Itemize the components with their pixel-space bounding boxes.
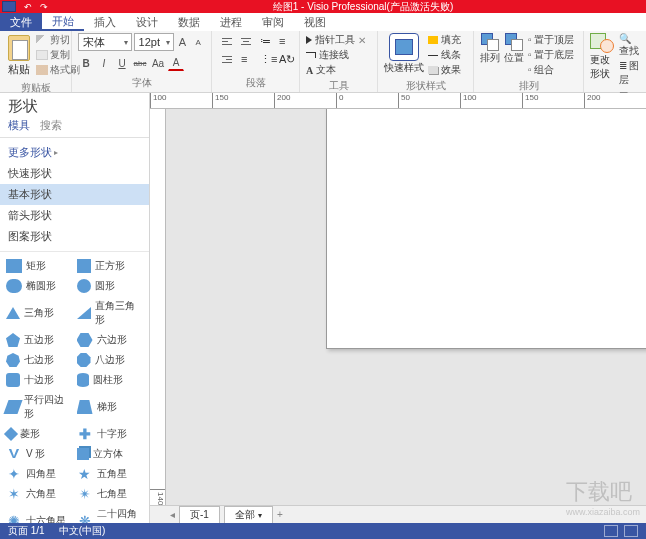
page-nav-left-icon[interactable]: ◂ (170, 509, 175, 520)
ruler-vertical: 140 (150, 109, 166, 505)
rect-icon (6, 259, 22, 273)
view-mode-button-2[interactable] (624, 525, 638, 537)
quick-shapes-item[interactable]: 快速形状 (0, 163, 149, 184)
shape-decagon[interactable]: 十边形 (4, 370, 75, 390)
text-tool-button[interactable]: A文本 (306, 63, 371, 77)
shape-triangle[interactable]: 三角形 (4, 296, 75, 330)
group-button[interactable]: ▫ 组合 (528, 63, 574, 77)
justify-button[interactable]: ≡ (237, 51, 255, 67)
font-size-combo[interactable]: 12pt (134, 33, 174, 51)
stencil-category[interactable]: 图案形状 (0, 226, 149, 247)
bullets-button[interactable]: ≔ (256, 33, 274, 49)
pane-tab-search[interactable]: 搜索 (40, 118, 62, 133)
tab-2[interactable]: 设计 (126, 13, 168, 31)
page-tab-all[interactable]: 全部 ▾ (224, 506, 273, 523)
shape-label: 十字形 (97, 427, 127, 441)
strike-button[interactable]: abc (132, 55, 148, 71)
position-button[interactable]: 位置 (504, 33, 524, 65)
connector-tool-button[interactable]: 连接线 (306, 48, 371, 62)
shape-star24[interactable]: ❋二十四角星 (75, 504, 146, 523)
font-color-button[interactable]: A (168, 55, 184, 71)
shape-label: 直角三角形 (95, 299, 144, 327)
change-shape-button[interactable]: 更改形状 (590, 33, 615, 81)
grow-font-button[interactable]: A (176, 34, 190, 50)
case-button[interactable]: Aa (150, 55, 166, 71)
app-icon[interactable] (2, 1, 16, 12)
shape-star7[interactable]: ✴七角星 (75, 484, 146, 504)
bold-button[interactable]: B (78, 55, 94, 71)
shape-label: 椭圆形 (26, 279, 56, 293)
align-right-button[interactable] (218, 51, 236, 67)
pane-tab-stencils[interactable]: 模具 (8, 118, 30, 133)
trapezoid-icon (77, 400, 93, 414)
shape-star16[interactable]: ✺十六角星 (4, 504, 75, 523)
numbering-button[interactable]: ⋮≡ (256, 51, 274, 67)
tab-0[interactable]: 开始 (42, 13, 84, 31)
shape-ellipse[interactable]: 椭圆形 (4, 276, 75, 296)
pointer-tool-button[interactable]: 指针工具 ✕ (306, 33, 371, 47)
shape-hexagon[interactable]: 六边形 (75, 330, 146, 350)
brush-icon (36, 65, 48, 75)
tab-3[interactable]: 数据 (168, 13, 210, 31)
shape-pentagon[interactable]: 五边形 (4, 330, 75, 350)
tab-4[interactable]: 进程 (210, 13, 252, 31)
send-back-button[interactable]: ▫ 置于底层 (528, 48, 574, 62)
pointer-icon (306, 36, 312, 44)
font-name-combo[interactable]: 宋体 (78, 33, 132, 51)
shape-star6[interactable]: ✶六角星 (4, 484, 75, 504)
effects-button[interactable]: 效果 (428, 63, 461, 77)
shape-rtriangle[interactable]: 直角三角形 (75, 296, 146, 330)
shape-rect[interactable]: 矩形 (4, 256, 75, 276)
shape-label: 十六角星 (26, 514, 66, 523)
page-surface[interactable] (326, 109, 646, 349)
shape-circle[interactable]: 圆形 (75, 276, 146, 296)
shape-label: 平行四边形 (24, 393, 73, 421)
paste-button[interactable]: 粘贴 (6, 33, 32, 79)
star7-icon: ✴ (77, 487, 93, 501)
status-page: 页面 1/1 (8, 524, 45, 538)
align-left-button[interactable] (218, 33, 236, 49)
rotate-text-button[interactable]: A↻ (275, 51, 293, 67)
shape-heptagon[interactable]: 七边形 (4, 350, 75, 370)
shape-cylinder[interactable]: 圆柱形 (75, 370, 146, 390)
tab-file[interactable]: 文件 (0, 13, 42, 31)
line-button[interactable]: 线条 (428, 48, 461, 62)
qat-undo-icon[interactable]: ↶ (24, 2, 32, 12)
tab-1[interactable]: 插入 (84, 13, 126, 31)
page-tabs: ◂ 页-1 全部 ▾ + (150, 505, 646, 523)
shape-star4[interactable]: ✦四角星 (4, 464, 75, 484)
find-button[interactable]: 🔍 查找 (619, 33, 640, 58)
arrange-button[interactable]: 排列 (480, 33, 500, 65)
layers-button[interactable]: ≣ 图层 (619, 59, 640, 87)
align-center-button[interactable] (237, 33, 255, 49)
tab-6[interactable]: 视图 (294, 13, 336, 31)
underline-button[interactable]: U (114, 55, 130, 71)
fill-button[interactable]: 填充 (428, 33, 461, 47)
italic-button[interactable]: I (96, 55, 112, 71)
shape-trapezoid[interactable]: 梯形 (75, 390, 146, 424)
add-page-button[interactable]: + (277, 509, 283, 520)
page-tab-1[interactable]: 页-1 (179, 506, 220, 523)
bring-front-button[interactable]: ▫ 置于顶层 (528, 33, 574, 47)
more-shapes-link[interactable]: 更多形状▸ (0, 142, 149, 163)
drawing-canvas[interactable] (166, 109, 646, 505)
shape-parallelogram[interactable]: 平行四边形 (4, 390, 75, 424)
shape-cross[interactable]: ✚十字形 (75, 424, 146, 444)
shape-square[interactable]: 正方形 (75, 256, 146, 276)
view-mode-button[interactable] (604, 525, 618, 537)
stencil-category[interactable]: 基本形状 (0, 184, 149, 205)
shapes-pane: 形状 模具 搜索 更多形状▸ 快速形状 基本形状箭头形状图案形状 矩形正方形椭圆… (0, 93, 150, 523)
shape-octagon[interactable]: 八边形 (75, 350, 146, 370)
qat-redo-icon[interactable]: ↷ (40, 2, 48, 12)
shape-cube[interactable]: 立方体 (75, 444, 146, 464)
shrink-font-button[interactable]: A (191, 34, 205, 50)
canvas-area: 100150200050100150200 140 ◂ 页-1 全部 ▾ + (150, 93, 646, 523)
stencil-category[interactable]: 箭头形状 (0, 205, 149, 226)
shape-diamond[interactable]: 菱形 (4, 424, 75, 444)
valign-button[interactable]: ≡ (275, 33, 293, 49)
quick-styles-button[interactable] (389, 33, 419, 61)
shape-vshape[interactable]: VV 形 (4, 444, 75, 464)
tab-5[interactable]: 审阅 (252, 13, 294, 31)
shape-star5[interactable]: ★五角星 (75, 464, 146, 484)
status-language[interactable]: 中文(中国) (59, 524, 106, 538)
